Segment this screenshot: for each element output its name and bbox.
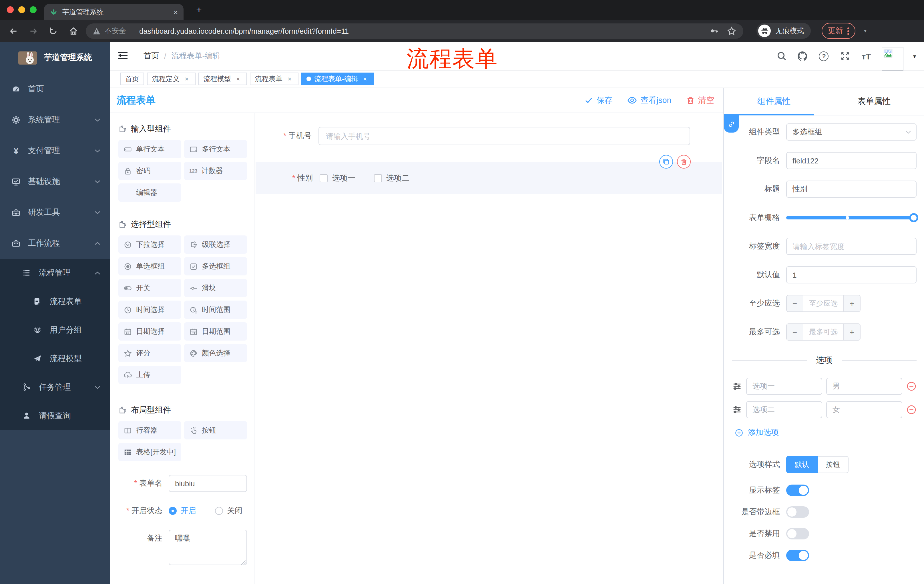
component-type-select[interactable] [786,123,917,141]
palette-item-upload[interactable]: 上传 [118,366,181,384]
radio-on[interactable] [169,507,177,515]
drag-handle-icon[interactable] [732,381,742,392]
palette-item-time-range[interactable]: 时间范围 [184,301,247,319]
palette-item-password[interactable]: 密码 [118,162,181,180]
palette-item-table[interactable]: 表格[开发中] [118,443,181,461]
remove-option-button[interactable] [906,381,917,392]
title-input[interactable] [786,181,917,198]
avatar[interactable] [882,46,903,71]
help-icon[interactable]: ? [818,50,830,62]
sidebar-item-leave-query[interactable]: 请假查询 [0,402,111,430]
view-json-button[interactable]: 查看json [627,95,671,105]
sidebar-toggle-icon[interactable] [117,50,130,62]
option-label-input[interactable] [746,401,822,418]
drag-handle-icon[interactable] [732,405,742,415]
palette-item-time-picker[interactable]: 时间选择 [118,301,181,319]
tab-form-props[interactable]: 表单属性 [824,88,924,115]
palette-item-select[interactable]: 下拉选择 [118,235,181,254]
palette-item-multi-text[interactable]: 多行文本 [184,140,247,158]
add-option-button[interactable]: 添加选项 [735,428,917,438]
sidebar-item-process-model[interactable]: 流程模型 [0,345,111,373]
required-switch[interactable] [786,550,809,561]
tag-close-icon[interactable]: × [286,75,293,82]
tag-process-form-edit[interactable]: 流程表单-编辑 × [301,72,374,85]
sidebar-item-workflow[interactable]: 工作流程 [0,228,111,259]
sidebar-item-payment[interactable]: ¥ 支付管理 [0,135,111,166]
default-value-input[interactable] [786,266,917,283]
font-size-icon[interactable]: тT [861,50,872,62]
palette-item-date-picker[interactable]: 日期选择 [118,322,181,341]
radio-off[interactable] [215,507,223,515]
window-controls[interactable] [7,6,36,13]
remove-option-button[interactable] [906,405,917,415]
sidebar-item-process-form[interactable]: 流程表单 [0,288,111,316]
min-select-stepper[interactable]: − 至少应选 + [786,295,861,312]
gender-option-1[interactable]: 选项一 [320,173,355,183]
maximize-window-button[interactable] [30,6,36,13]
sidebar-item-process-mgmt[interactable]: 流程管理 [0,259,111,288]
form-name-input[interactable] [169,475,247,492]
security-label[interactable]: 不安全 [105,26,126,36]
chrome-caret-icon[interactable]: ▾ [864,28,866,34]
palette-item-slider[interactable]: 滑块 [184,279,247,297]
checkbox-unchecked[interactable] [374,174,382,182]
breadcrumb-home[interactable]: 首页 [144,51,159,61]
show-label-switch[interactable] [786,485,809,496]
tag-close-icon[interactable]: × [361,75,369,82]
reload-icon[interactable] [46,23,61,38]
slider-handle[interactable] [909,213,918,222]
palette-item-switch[interactable]: 开关 [118,279,181,297]
tag-process-definition[interactable]: 流程定义 × [147,72,196,85]
home-icon[interactable] [66,23,81,38]
stepper-decrease-button[interactable]: − [787,295,804,311]
palette-item-checkbox-group[interactable]: 多选框组 [184,257,247,275]
checkbox-unchecked[interactable] [320,174,328,182]
clear-button[interactable]: 清空 [686,95,714,105]
stepper-increase-button[interactable]: + [843,295,860,311]
palette-item-radio-group[interactable]: 单选框组 [118,257,181,275]
sidebar-item-system[interactable]: 系统管理 [0,105,111,135]
option-label-input[interactable] [746,378,822,395]
textarea-resize-handle[interactable] [241,560,246,565]
canvas-field-phone[interactable]: 手机号 [254,127,723,145]
new-tab-button[interactable]: + [192,3,206,17]
close-window-button[interactable] [7,6,14,13]
stepper-decrease-button[interactable]: − [787,324,804,340]
forward-icon[interactable] [26,23,41,38]
option-value-input[interactable] [826,378,902,395]
palette-item-cascader[interactable]: 级联选择 [184,235,247,254]
gender-option-2[interactable]: 选项二 [374,173,409,183]
browser-menu-icon[interactable] [847,27,849,35]
min-select-placeholder[interactable]: 至少应选 [804,295,843,311]
bookmark-star-icon[interactable] [727,26,736,36]
sidebar-item-task-mgmt[interactable]: 任务管理 [0,373,111,402]
tag-close-icon[interactable]: × [183,75,190,82]
fullscreen-icon[interactable] [839,50,851,62]
max-select-placeholder[interactable]: 最多可选 [804,324,843,340]
field-name-input[interactable] [786,152,917,169]
sidebar-item-devtools[interactable]: 研发工具 [0,197,111,228]
sidebar-item-infra[interactable]: 基础设施 [0,166,111,197]
url-text[interactable]: dashboard.yudao.iocoder.cn/bpm/manager/f… [139,26,706,35]
radio-on-label[interactable]: 开启 [181,506,196,516]
style-default-button[interactable]: 默认 [786,456,818,473]
browser-tab[interactable]: 芋道管理系统 × [44,4,183,20]
save-button[interactable]: 保存 [585,95,613,105]
palette-item-row-container[interactable]: 行容器 [118,421,181,439]
palette-item-counter[interactable]: 123 计数器 [184,162,247,180]
duplicate-field-button[interactable] [659,155,673,169]
radio-off-label[interactable]: 关闭 [227,506,243,516]
tab-close-icon[interactable]: × [173,8,178,16]
key-icon[interactable] [710,26,719,35]
palette-item-editor[interactable]: 编辑器 [118,183,181,202]
back-icon[interactable] [6,23,21,38]
update-button[interactable]: 更新 [822,23,855,39]
form-grid-slider[interactable] [786,209,917,226]
url-bar[interactable]: 不安全 dashboard.yudao.iocoder.cn/bpm/manag… [86,23,743,39]
link-drawer-handle[interactable] [724,115,739,133]
palette-item-color-picker[interactable]: 颜色选择 [184,344,247,362]
form-remark-textarea[interactable]: 嘿嘿 [169,530,247,565]
delete-field-button[interactable] [677,155,691,169]
tag-process-form[interactable]: 流程表单 × [250,72,299,85]
search-icon[interactable] [776,50,787,62]
